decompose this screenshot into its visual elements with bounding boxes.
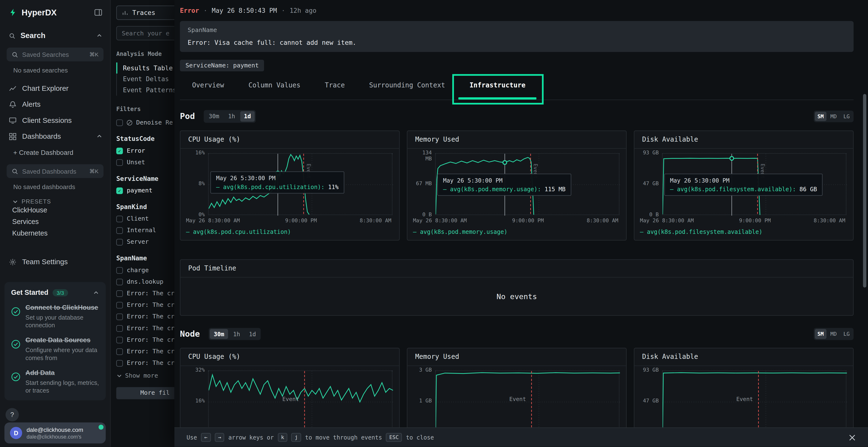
tab-trace[interactable]: Trace — [325, 81, 345, 100]
sidebar-item-client-sessions[interactable]: Client Sessions — [0, 112, 110, 128]
filter-option-error-the-cr[interactable]: Error: The cr — [116, 313, 174, 320]
arrow-left-key[interactable]: ← — [201, 433, 211, 442]
filter-option-error-the-cr[interactable]: Error: The cr — [116, 325, 174, 332]
filter-option-unset[interactable]: Unset — [116, 159, 174, 166]
saved-dashboards-input[interactable]: Saved Dashboards ⌘K — [7, 164, 104, 178]
sidebar-item-chart-explorer[interactable]: Chart Explorer — [0, 80, 110, 96]
pod-range-30m[interactable]: 30m — [205, 111, 223, 122]
user-account-chip[interactable]: D dale@clickhouse.com dale@clickhouse.co… — [4, 422, 105, 443]
checkbox[interactable] — [116, 159, 123, 166]
chart-plot-node-cpu[interactable]: Event — [208, 371, 393, 427]
get-started-item-create-data-sources[interactable]: Create Data SourcesConfigure where your … — [11, 336, 99, 362]
sidebar-item-label: Client Sessions — [22, 116, 72, 124]
show-more-button[interactable]: Show more — [116, 372, 174, 379]
service-tag[interactable]: ServiceName: payment — [180, 60, 264, 71]
chart-tooltip: May 26 5:30:00 PM— avg(k8s.pod.cpu.utili… — [211, 171, 344, 194]
tab-surrounding-context[interactable]: Surrounding Context — [369, 81, 445, 100]
get-started-header[interactable]: Get Started 3/3 — [11, 288, 99, 296]
analysis-mode-event-deltas[interactable]: Event Deltas — [116, 73, 174, 84]
pod-range-1h[interactable]: 1h — [224, 111, 239, 122]
filter-option-error-the-cr[interactable]: Error: The cr — [116, 348, 174, 355]
checkbox[interactable] — [116, 348, 123, 355]
filter-option-server[interactable]: Server — [116, 238, 174, 246]
filter-option-dns-lookup[interactable]: dns.lookup — [116, 278, 174, 285]
checkbox[interactable] — [116, 302, 123, 308]
filter-option-charge[interactable]: charge — [116, 267, 174, 274]
sidebar-item-dashboards[interactable]: Dashboards — [0, 128, 110, 144]
analysis-mode-results-table[interactable]: Results Table — [116, 62, 174, 73]
esc-key[interactable]: ESC — [386, 433, 402, 442]
checkbox[interactable] — [116, 290, 123, 297]
chart-plot-pod-cpu[interactable]: EventMay 26 5:30:00 PM— avg(k8s.pod.cpu.… — [208, 153, 393, 215]
filter-option-client[interactable]: Client — [116, 215, 174, 222]
filter-option-error[interactable]: ✓Error — [116, 147, 174, 154]
scrollbar-thumb[interactable] — [863, 94, 866, 287]
preset-list: ClickHouseServicesKubernetes — [0, 204, 110, 239]
saved-searches-input[interactable]: Saved Searches ⌘K — [7, 47, 104, 61]
node-size-lg[interactable]: LG — [840, 329, 852, 339]
denoise-results-toggle[interactable]: Denoise Re — [116, 119, 174, 126]
filter-option-internal[interactable]: Internal — [116, 227, 174, 234]
pod-size-md[interactable]: MD — [828, 111, 840, 121]
checkbox[interactable] — [116, 215, 123, 222]
filter-option-payment[interactable]: ✓payment — [116, 187, 174, 194]
chart-card-node-memory: Memory Used3 GB1 GBEvent — [407, 348, 626, 427]
node-size-sm[interactable]: SM — [815, 329, 827, 339]
get-started-item-connect-to-clickhouse[interactable]: Connect to ClickHouseSet up your databas… — [11, 304, 99, 329]
filter-option-error-the-cr[interactable]: Error: The cr — [116, 359, 174, 367]
filter-option-error-the-cr[interactable]: Error: The cr — [116, 336, 174, 343]
pod-range-1d[interactable]: 1d — [240, 111, 255, 122]
tab-column-values[interactable]: Column Values — [248, 81, 301, 100]
chevron-up-icon[interactable] — [93, 289, 99, 296]
close-icon[interactable] — [849, 434, 856, 441]
checkbox[interactable] — [116, 227, 123, 234]
checkbox[interactable] — [116, 239, 123, 245]
chart-plot-node-memory[interactable]: Event — [435, 371, 620, 427]
k-key[interactable]: k — [278, 433, 288, 442]
search-section-header[interactable]: Search — [9, 32, 102, 40]
checkbox[interactable] — [116, 313, 123, 320]
event-search-input[interactable]: Search your e — [116, 26, 174, 40]
checkbox[interactable] — [116, 119, 123, 126]
chart-plot-node-disk[interactable]: Event — [662, 371, 846, 427]
help-button[interactable]: ? — [5, 408, 19, 421]
arrow-right-key[interactable]: → — [215, 433, 224, 442]
chevron-up-icon[interactable] — [96, 133, 102, 139]
tab-overview[interactable]: Overview — [192, 81, 224, 100]
preset-item-services[interactable]: Services — [12, 216, 110, 228]
pod-size-sm[interactable]: SM — [815, 111, 827, 121]
checkbox[interactable] — [116, 325, 123, 332]
tab-infrastructure[interactable]: Infrastructure — [469, 81, 525, 100]
checkbox[interactable] — [116, 278, 123, 285]
j-key[interactable]: j — [291, 433, 301, 442]
pod-size-lg[interactable]: LG — [840, 111, 852, 121]
node-range-30m[interactable]: 30m — [210, 329, 228, 339]
create-dashboard-button[interactable]: + Create Dashboard — [13, 149, 110, 157]
collapse-sidebar-icon[interactable] — [94, 8, 102, 16]
checkbox[interactable]: ✓ — [116, 147, 123, 154]
node-range-1h[interactable]: 1h — [229, 329, 244, 339]
x-axis-tick: 9:00:00 PM — [285, 217, 317, 223]
sidebar-item-team-settings[interactable]: Team Settings — [0, 254, 110, 270]
presets-toggle[interactable]: PRESETS — [12, 198, 110, 205]
checkbox[interactable] — [116, 267, 123, 274]
checkbox[interactable] — [116, 359, 123, 366]
source-selector-button[interactable]: Traces — [116, 5, 174, 20]
chart-plot-pod-disk[interactable]: EventMay 26 5:30:00 PM— avg(k8s.pod.file… — [662, 153, 846, 215]
chart-plot-pod-memory[interactable]: EventMay 26 5:30:00 PM— avg(k8s.pod.memo… — [435, 153, 620, 215]
preset-item-kubernetes[interactable]: Kubernetes — [12, 228, 110, 239]
sidebar-item-alerts[interactable]: Alerts — [0, 96, 110, 112]
analysis-mode-event-patterns[interactable]: Event Patterns — [116, 84, 174, 96]
checkbox[interactable] — [116, 337, 123, 343]
more-filters-button[interactable]: More fil — [116, 387, 174, 399]
chevron-up-icon[interactable] — [96, 33, 102, 38]
filter-option-error-the-cr[interactable]: Error: The cr — [116, 290, 174, 297]
node-size-md[interactable]: MD — [828, 329, 840, 339]
node-range-1d[interactable]: 1d — [245, 329, 260, 339]
get-started-item-add-data[interactable]: Add DataStart sending logs, metrics, or … — [11, 369, 99, 394]
preset-item-clickhouse[interactable]: ClickHouse — [12, 204, 110, 216]
checkbox[interactable]: ✓ — [116, 187, 123, 194]
chart-title: Memory Used — [407, 131, 626, 148]
event-status: Error — [180, 7, 199, 14]
filter-option-error-the-cr[interactable]: Error: The cr — [116, 301, 174, 309]
